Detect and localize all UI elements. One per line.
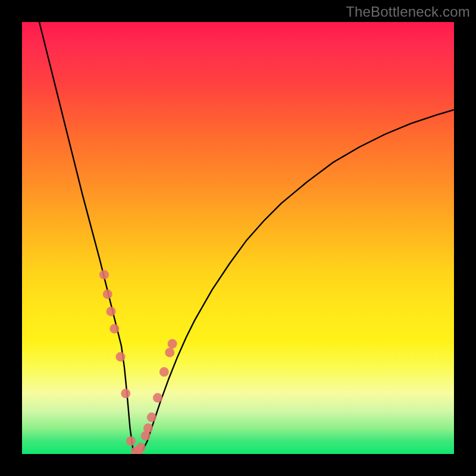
scatter-dot: [136, 443, 146, 452]
chart-frame: TheBottleneck.com: [0, 0, 476, 476]
scatter-dot: [109, 324, 119, 333]
scatter-dot: [121, 389, 130, 398]
scatter-dot: [99, 270, 109, 280]
scatter-dot: [153, 393, 162, 403]
scatter-dot: [159, 367, 169, 377]
scatter-dot: [126, 436, 136, 446]
scatter-dot: [107, 306, 116, 316]
scatter-dot: [103, 289, 112, 299]
chart-svg: [22, 22, 454, 454]
scatter-dot: [147, 412, 156, 422]
scatter-dot: [116, 352, 126, 362]
scatter-dot: [168, 339, 177, 349]
scatter-dot: [165, 347, 174, 357]
scatter-dots: [99, 270, 177, 454]
watermark-text: TheBottleneck.com: [346, 4, 470, 20]
plot-area: [22, 22, 454, 454]
bottleneck-curve: [39, 22, 454, 452]
scatter-dot: [143, 423, 153, 433]
